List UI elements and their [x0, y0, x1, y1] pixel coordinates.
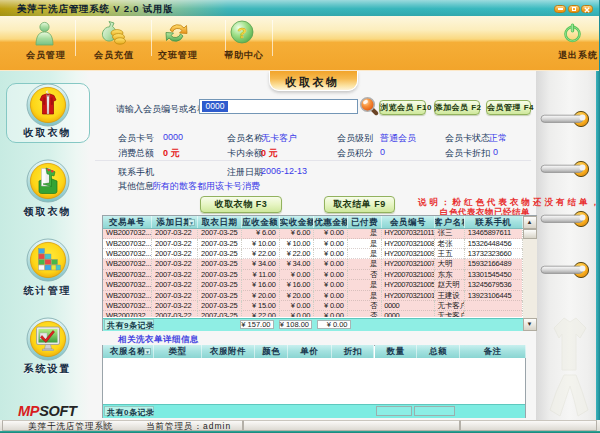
svg-text:?: ? — [237, 24, 246, 41]
